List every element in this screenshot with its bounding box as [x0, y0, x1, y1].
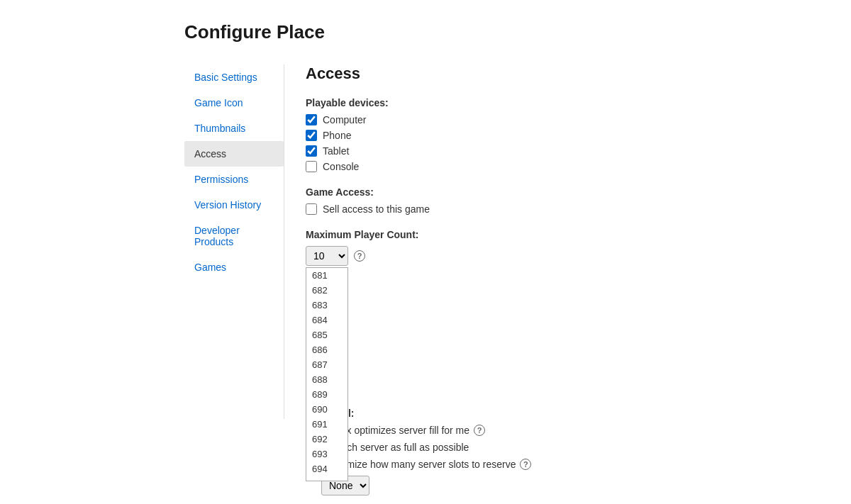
dropdown-item-683[interactable]: 683 [306, 298, 347, 313]
checkbox-row-phone: Phone [306, 130, 851, 141]
radio-row-roblox-optimizes: Roblox optimizes server fill for me ? [306, 425, 851, 436]
player-count-help-icon[interactable]: ? [354, 250, 365, 262]
checkbox-row-sell: Sell access to this game [306, 203, 851, 215]
checkbox-row-tablet: Tablet [306, 145, 851, 157]
dropdown-item-687[interactable]: 687 [306, 357, 347, 372]
dropdown-item-693[interactable]: 693 [306, 447, 347, 461]
label-computer[interactable]: Computer [323, 114, 366, 125]
player-count-select[interactable]: 10 [306, 246, 348, 266]
roblox-optimizes-help-icon[interactable]: ? [474, 425, 485, 436]
server-fill-label: Server fill: [306, 408, 851, 419]
dropdown-item-695[interactable]: 695 [306, 476, 347, 481]
checkbox-tablet[interactable] [306, 145, 317, 157]
playable-devices-group: Playable devices: Computer Phone Tablet … [306, 97, 851, 172]
dropdown-item-691[interactable]: 691 [306, 417, 347, 432]
sidebar-item-thumbnails[interactable]: Thumbnails [184, 116, 284, 141]
radio-row-customize: Customize how many server slots to reser… [306, 459, 851, 470]
customize-help-icon[interactable]: ? [520, 459, 531, 470]
max-player-count-label: Maximum Player Count: [306, 229, 851, 240]
label-tablet[interactable]: Tablet [323, 145, 349, 157]
dropdown-item-692[interactable]: 692 [306, 432, 347, 447]
dropdown-list-inner[interactable]: 681 682 683 684 685 686 687 688 689 690 … [306, 268, 347, 481]
sidebar-item-permissions[interactable]: Permissions [184, 167, 284, 192]
server-fill-section: Server fill: Roblox optimizes server fil… [306, 408, 851, 495]
game-access-group: Game Access: Sell access to this game [306, 186, 851, 215]
playable-devices-label: Playable devices: [306, 97, 851, 108]
sidebar-item-version-history[interactable]: Version History [184, 192, 284, 218]
sidebar-item-game-icon[interactable]: Game Icon [184, 90, 284, 116]
dropdown-item-681[interactable]: 681 [306, 268, 347, 283]
sidebar-item-games[interactable]: Games [184, 254, 284, 280]
dropdown-item-685[interactable]: 685 [306, 327, 347, 342]
sidebar-item-basic-settings[interactable]: Basic Settings [184, 65, 284, 90]
dropdown-item-686[interactable]: 686 [306, 342, 347, 357]
dropdown-item-684[interactable]: 684 [306, 313, 347, 327]
page-container: Configure Place Basic Settings Game Icon… [0, 0, 851, 504]
checkbox-row-console: Console [306, 161, 851, 172]
reserve-slots-row: None [321, 476, 851, 495]
page-title: Configure Place [184, 21, 851, 43]
max-player-count-group: Maximum Player Count: 10 ? 681 682 683 [306, 229, 851, 266]
dropdown-item-682[interactable]: 682 [306, 283, 347, 298]
game-access-label: Game Access: [306, 186, 851, 198]
sidebar-divider [284, 65, 284, 419]
label-console[interactable]: Console [323, 161, 359, 172]
label-customize[interactable]: Customize how many server slots to reser… [321, 459, 516, 470]
sidebar: Basic Settings Game Icon Thumbnails Acce… [184, 65, 284, 280]
section-title: Access [306, 65, 851, 83]
label-phone[interactable]: Phone [323, 130, 351, 141]
dropdown-item-690[interactable]: 690 [306, 402, 347, 417]
checkbox-sell-access[interactable] [306, 203, 317, 215]
dropdown-item-688[interactable]: 688 [306, 372, 347, 387]
dropdown-item-694[interactable]: 694 [306, 461, 347, 476]
checkbox-phone[interactable] [306, 130, 317, 141]
main-content: Access Playable devices: Computer Phone … [306, 65, 851, 504]
checkbox-console[interactable] [306, 161, 317, 172]
player-count-dropdown-container: 10 ? 681 682 683 684 685 686 68 [306, 246, 851, 266]
checkbox-row-computer: Computer [306, 114, 851, 125]
player-count-row: 10 ? [306, 246, 851, 266]
sidebar-item-access[interactable]: Access [184, 141, 284, 167]
dropdown-item-689[interactable]: 689 [306, 387, 347, 402]
checkbox-computer[interactable] [306, 114, 317, 125]
label-sell-access[interactable]: Sell access to this game [323, 203, 430, 215]
layout: Basic Settings Game Icon Thumbnails Acce… [184, 65, 851, 504]
sidebar-item-developer-products[interactable]: Developer Products [184, 218, 284, 254]
radio-row-fill-each: Fill each server as full as possible [306, 442, 851, 453]
player-count-dropdown-list[interactable]: 681 682 683 684 685 686 687 688 689 690 … [306, 267, 348, 481]
